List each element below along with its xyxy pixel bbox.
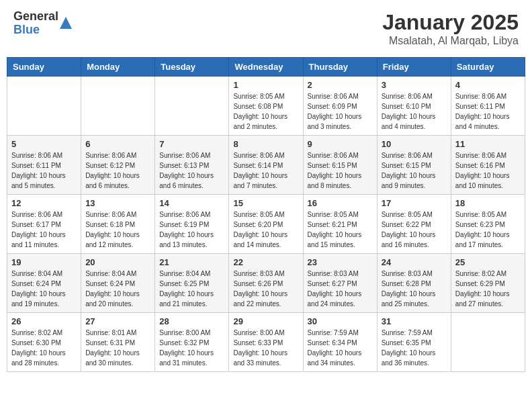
day-number: 21 [159, 257, 224, 267]
page-header: General Blue January 2025 Msalatah, Al M… [7, 7, 525, 50]
table-row: 24Sunrise: 8:03 AMSunset: 6:28 PMDayligh… [377, 254, 451, 313]
day-number: 28 [159, 316, 224, 326]
day-info: Sunrise: 8:04 AMSunset: 6:24 PMDaylight:… [11, 269, 77, 309]
day-info: Sunrise: 8:05 AMSunset: 6:21 PMDaylight:… [308, 210, 373, 250]
weekday-tuesday: Tuesday [155, 58, 229, 77]
day-info: Sunrise: 8:04 AMSunset: 6:24 PMDaylight:… [85, 269, 150, 309]
day-number: 3 [382, 80, 447, 90]
table-row: 6Sunrise: 8:06 AMSunset: 6:12 PMDaylight… [81, 136, 155, 195]
weekday-wednesday: Wednesday [229, 58, 303, 77]
table-row: 1Sunrise: 8:05 AMSunset: 6:08 PMDaylight… [229, 77, 303, 136]
weekday-saturday: Saturday [451, 58, 525, 77]
logo-icon [60, 17, 72, 29]
day-number: 10 [382, 139, 447, 149]
table-row: 29Sunrise: 8:00 AMSunset: 6:33 PMDayligh… [229, 313, 303, 372]
week-row-3: 12Sunrise: 8:06 AMSunset: 6:17 PMDayligh… [7, 195, 525, 254]
day-number: 23 [308, 257, 373, 267]
day-info: Sunrise: 8:04 AMSunset: 6:25 PMDaylight:… [159, 269, 224, 309]
weekday-thursday: Thursday [303, 58, 377, 77]
day-number: 29 [233, 316, 298, 326]
table-row: 21Sunrise: 8:04 AMSunset: 6:25 PMDayligh… [155, 254, 229, 313]
day-number: 31 [382, 316, 447, 326]
table-row [81, 77, 155, 136]
table-row: 20Sunrise: 8:04 AMSunset: 6:24 PMDayligh… [81, 254, 155, 313]
day-info: Sunrise: 8:03 AMSunset: 6:26 PMDaylight:… [233, 269, 298, 309]
table-row: 30Sunrise: 7:59 AMSunset: 6:34 PMDayligh… [303, 313, 377, 372]
day-number: 8 [233, 139, 298, 149]
day-info: Sunrise: 8:06 AMSunset: 6:15 PMDaylight:… [308, 150, 373, 191]
day-info: Sunrise: 8:06 AMSunset: 6:14 PMDaylight:… [233, 150, 298, 191]
day-info: Sunrise: 8:01 AMSunset: 6:31 PMDaylight:… [85, 328, 150, 368]
day-info: Sunrise: 8:06 AMSunset: 6:19 PMDaylight:… [159, 210, 224, 250]
day-number: 30 [308, 316, 373, 326]
table-row: 7Sunrise: 8:06 AMSunset: 6:13 PMDaylight… [155, 136, 229, 195]
day-number: 1 [233, 80, 298, 90]
day-number: 6 [85, 139, 150, 149]
day-number: 7 [159, 139, 224, 149]
day-info: Sunrise: 8:06 AMSunset: 6:13 PMDaylight:… [159, 150, 224, 191]
day-info: Sunrise: 8:03 AMSunset: 6:28 PMDaylight:… [382, 269, 447, 309]
day-number: 17 [382, 198, 447, 208]
svg-marker-0 [60, 17, 72, 29]
table-row: 2Sunrise: 8:06 AMSunset: 6:09 PMDaylight… [303, 77, 377, 136]
table-row: 22Sunrise: 8:03 AMSunset: 6:26 PMDayligh… [229, 254, 303, 313]
day-number: 25 [455, 257, 521, 267]
weekday-friday: Friday [377, 58, 451, 77]
table-row: 15Sunrise: 8:05 AMSunset: 6:20 PMDayligh… [229, 195, 303, 254]
day-info: Sunrise: 7:59 AMSunset: 6:35 PMDaylight:… [382, 328, 447, 368]
day-info: Sunrise: 8:06 AMSunset: 6:11 PMDaylight:… [455, 91, 521, 132]
day-info: Sunrise: 8:06 AMSunset: 6:18 PMDaylight:… [85, 210, 150, 250]
table-row [451, 313, 525, 372]
weekday-sunday: Sunday [7, 58, 81, 77]
day-number: 15 [233, 198, 298, 208]
logo-blue: Blue [13, 24, 58, 37]
table-row: 8Sunrise: 8:06 AMSunset: 6:14 PMDaylight… [229, 136, 303, 195]
day-number: 14 [159, 198, 224, 208]
day-info: Sunrise: 8:00 AMSunset: 6:32 PMDaylight:… [159, 328, 224, 368]
day-number: 20 [85, 257, 150, 267]
table-row: 17Sunrise: 8:05 AMSunset: 6:22 PMDayligh… [377, 195, 451, 254]
day-info: Sunrise: 8:06 AMSunset: 6:17 PMDaylight:… [11, 210, 77, 250]
day-info: Sunrise: 8:05 AMSunset: 6:22 PMDaylight:… [382, 210, 447, 250]
day-number: 11 [455, 139, 521, 149]
table-row: 16Sunrise: 8:05 AMSunset: 6:21 PMDayligh… [303, 195, 377, 254]
day-info: Sunrise: 8:02 AMSunset: 6:30 PMDaylight:… [11, 328, 77, 368]
table-row: 23Sunrise: 8:03 AMSunset: 6:27 PMDayligh… [303, 254, 377, 313]
week-row-4: 19Sunrise: 8:04 AMSunset: 6:24 PMDayligh… [7, 254, 525, 313]
day-info: Sunrise: 8:06 AMSunset: 6:11 PMDaylight:… [11, 150, 77, 191]
day-info: Sunrise: 8:00 AMSunset: 6:33 PMDaylight:… [233, 328, 298, 368]
week-row-1: 1Sunrise: 8:05 AMSunset: 6:08 PMDaylight… [7, 77, 525, 136]
table-row: 9Sunrise: 8:06 AMSunset: 6:15 PMDaylight… [303, 136, 377, 195]
day-info: Sunrise: 8:03 AMSunset: 6:27 PMDaylight:… [308, 269, 373, 309]
table-row: 26Sunrise: 8:02 AMSunset: 6:30 PMDayligh… [7, 313, 81, 372]
table-row: 27Sunrise: 8:01 AMSunset: 6:31 PMDayligh… [81, 313, 155, 372]
title-block: January 2025 Msalatah, Al Marqab, Libya [382, 10, 519, 47]
day-number: 22 [233, 257, 298, 267]
table-row: 3Sunrise: 8:06 AMSunset: 6:10 PMDaylight… [377, 77, 451, 136]
day-info: Sunrise: 8:06 AMSunset: 6:12 PMDaylight:… [85, 150, 150, 191]
day-number: 19 [11, 257, 77, 267]
table-row: 11Sunrise: 8:06 AMSunset: 6:16 PMDayligh… [451, 136, 525, 195]
table-row: 4Sunrise: 8:06 AMSunset: 6:11 PMDaylight… [451, 77, 525, 136]
day-info: Sunrise: 8:05 AMSunset: 6:08 PMDaylight:… [233, 91, 298, 132]
week-row-2: 5Sunrise: 8:06 AMSunset: 6:11 PMDaylight… [7, 136, 525, 195]
day-info: Sunrise: 8:05 AMSunset: 6:20 PMDaylight:… [233, 210, 298, 250]
table-row: 14Sunrise: 8:06 AMSunset: 6:19 PMDayligh… [155, 195, 229, 254]
table-row: 5Sunrise: 8:06 AMSunset: 6:11 PMDaylight… [7, 136, 81, 195]
calendar-title: January 2025 [382, 10, 519, 35]
logo-text: General Blue [13, 10, 58, 37]
logo: General Blue [13, 10, 72, 37]
day-number: 24 [382, 257, 447, 267]
table-row: 19Sunrise: 8:04 AMSunset: 6:24 PMDayligh… [7, 254, 81, 313]
table-row: 25Sunrise: 8:02 AMSunset: 6:29 PMDayligh… [451, 254, 525, 313]
day-info: Sunrise: 8:06 AMSunset: 6:16 PMDaylight:… [455, 150, 521, 191]
day-number: 18 [455, 198, 521, 208]
table-row: 31Sunrise: 7:59 AMSunset: 6:35 PMDayligh… [377, 313, 451, 372]
table-row: 18Sunrise: 8:05 AMSunset: 6:23 PMDayligh… [451, 195, 525, 254]
day-number: 27 [85, 316, 150, 326]
day-number: 26 [11, 316, 77, 326]
day-number: 16 [308, 198, 373, 208]
table-row: 12Sunrise: 8:06 AMSunset: 6:17 PMDayligh… [7, 195, 81, 254]
table-row [7, 77, 81, 136]
day-info: Sunrise: 8:05 AMSunset: 6:23 PMDaylight:… [455, 210, 521, 250]
